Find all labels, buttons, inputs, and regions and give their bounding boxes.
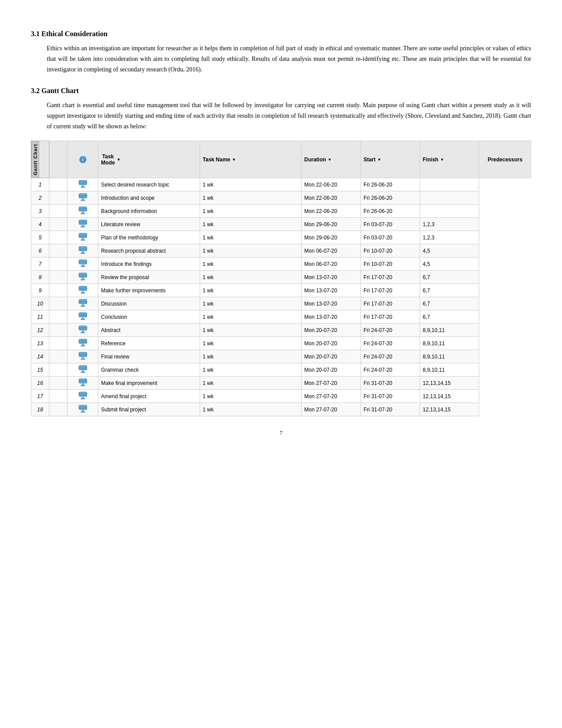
col-header-duration[interactable]: Duration ▼ (301, 141, 361, 178)
task-mode-icon (78, 246, 88, 254)
row-taskname: Discussion (98, 297, 200, 310)
svg-rect-4 (79, 194, 87, 198)
row-taskname: Introduce the findings (98, 258, 200, 271)
row-finish: Fri 24-07-20 (361, 324, 420, 337)
row-info (49, 390, 67, 403)
row-num: 13 (31, 337, 49, 350)
col-header-mode[interactable]: TaskMode ▼ (98, 141, 200, 178)
row-num: 12 (31, 324, 49, 337)
task-mode-icon (78, 179, 88, 188)
row-info (49, 363, 67, 377)
row-num: 18 (31, 403, 49, 416)
task-mode-icon (78, 206, 88, 215)
svg-rect-16 (79, 233, 87, 238)
row-predecessors: 8,9,10,11 (420, 337, 479, 350)
row-taskname: Make final improvement (98, 377, 200, 390)
row-info (49, 244, 67, 258)
row-duration: 1 wk (200, 205, 301, 218)
row-finish: Fri 17-07-20 (361, 297, 420, 310)
svg-rect-56 (79, 366, 87, 370)
svg-marker-41 (81, 317, 85, 320)
row-predecessors: 12,13,14,15 (420, 403, 479, 416)
svg-marker-53 (81, 357, 85, 359)
col-header-finish[interactable]: Finish ▼ (420, 141, 479, 178)
row-duration: 1 wk (200, 231, 301, 244)
row-taskname: Amend final project (98, 390, 200, 403)
row-finish: Fri 10-07-20 (361, 244, 420, 258)
svg-marker-45 (81, 331, 85, 333)
row-info (49, 258, 67, 271)
row-finish: Fri 17-07-20 (361, 310, 420, 324)
task-mode-icon (78, 219, 88, 228)
row-info (49, 350, 67, 363)
row-start: Mon 20-07-20 (301, 337, 361, 350)
start-sort-arrow: ▼ (377, 157, 381, 162)
svg-rect-8 (79, 207, 87, 211)
row-predecessors: 8,9,10,11 (420, 324, 479, 337)
row-info (49, 284, 67, 297)
row-finish: Fri 10-07-20 (361, 258, 420, 271)
row-taskname: Review the proposal (98, 271, 200, 284)
row-predecessors: 4,5 (420, 244, 479, 258)
row-finish: Fri 31-07-20 (361, 377, 420, 390)
row-predecessors: 1,2,3 (420, 218, 479, 231)
col-header-start[interactable]: Start ▼ (361, 141, 420, 178)
row-task-mode (67, 390, 98, 403)
row-task-mode (67, 191, 98, 205)
row-num: 1 (31, 178, 49, 191)
row-duration: 1 wk (200, 191, 301, 205)
row-task-mode (67, 218, 98, 231)
row-num: 6 (31, 244, 49, 258)
row-start: Mon 29-06-20 (301, 231, 361, 244)
row-predecessors: 8,9,10,11 (420, 350, 479, 363)
row-duration: 1 wk (200, 350, 301, 363)
row-start: Mon 22-06-20 (301, 205, 361, 218)
row-duration: 1 wk (200, 377, 301, 390)
start-header-cell: Start ▼ (364, 157, 417, 163)
row-start: Mon 27-07-20 (301, 403, 361, 416)
row-finish: Fri 31-07-20 (361, 390, 420, 403)
section-3-2-paragraph: Gantt chart is essential and useful time… (47, 100, 531, 131)
row-taskname: Background information (98, 205, 200, 218)
row-task-mode (67, 297, 98, 310)
row-task-mode (67, 324, 98, 337)
row-duration: 1 wk (200, 178, 301, 191)
row-predecessors: 6,7 (420, 284, 479, 297)
task-mode-icon (78, 325, 88, 334)
svg-marker-13 (81, 225, 85, 227)
row-predecessors: 6,7 (420, 310, 479, 324)
col-header-taskname[interactable]: Task Name ▼ (200, 141, 301, 178)
duration-sort-arrow: ▼ (328, 157, 332, 162)
svg-marker-37 (81, 304, 85, 306)
col-header-num (49, 141, 67, 178)
row-start: Mon 13-07-20 (301, 297, 361, 310)
row-taskname: Final review (98, 350, 200, 363)
svg-marker-29 (81, 278, 85, 280)
row-start: Mon 13-07-20 (301, 284, 361, 297)
row-start: Mon 29-06-20 (301, 218, 361, 231)
task-mode-icon (78, 232, 88, 241)
svg-marker-17 (81, 238, 85, 240)
row-taskname: Literature review (98, 218, 200, 231)
row-duration: 1 wk (200, 258, 301, 271)
section-3-1-title: 3.1 Ethical Consideration (31, 30, 531, 38)
row-taskname: Reference (98, 337, 200, 350)
row-duration: 1 wk (200, 284, 301, 297)
svg-rect-36 (79, 299, 87, 304)
svg-rect-48 (79, 339, 87, 343)
row-taskname: Introduction and scope (98, 191, 200, 205)
row-task-mode (67, 377, 98, 390)
row-finish: Fri 17-07-20 (361, 271, 420, 284)
row-duration: 1 wk (200, 390, 301, 403)
svg-rect-44 (79, 326, 87, 330)
row-num: 15 (31, 363, 49, 377)
row-info (49, 218, 67, 231)
taskname-header-cell: Task Name ▼ (203, 157, 298, 163)
task-mode-icon (78, 193, 88, 202)
row-start: Mon 13-07-20 (301, 271, 361, 284)
svg-marker-65 (81, 397, 85, 399)
row-num: 14 (31, 350, 49, 363)
row-predecessors (420, 191, 479, 205)
row-finish: Fri 26-06-20 (361, 178, 420, 191)
row-taskname: Grammar check (98, 363, 200, 377)
